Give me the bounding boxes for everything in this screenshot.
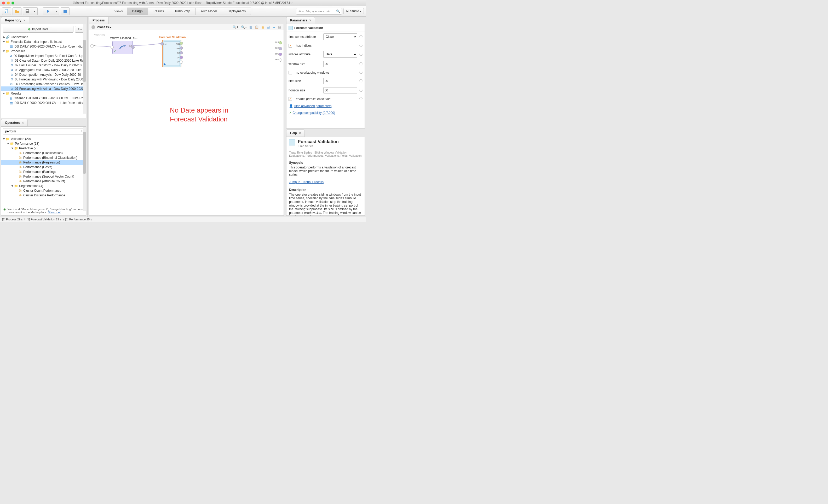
- tree-item[interactable]: ⚙02 Fast Fourier Transform - Dow Daily 2…: [1, 63, 86, 67]
- tree-item[interactable]: %Performance (Regression): [1, 160, 86, 165]
- save-button[interactable]: [23, 7, 32, 15]
- result-port[interactable]: [279, 47, 282, 50]
- tag-link[interactable]: Evaluations: [289, 154, 304, 157]
- open-button[interactable]: [12, 7, 22, 15]
- scrollbar[interactable]: [83, 127, 86, 211]
- close-icon[interactable]: ×: [22, 121, 24, 125]
- clear-icon[interactable]: ×: [81, 129, 83, 133]
- tree-item[interactable]: ⚙05 Forecasting with Windowing - Dow Dai…: [1, 77, 86, 82]
- no-overlap-checkbox[interactable]: [289, 71, 292, 75]
- repository-tab[interactable]: Repository ×: [1, 17, 29, 24]
- operator-search[interactable]: ×: [3, 128, 84, 135]
- help-icon[interactable]: ⓘ: [359, 43, 363, 48]
- tree-item[interactable]: %Performance (Classification): [1, 151, 86, 155]
- global-search-input[interactable]: [298, 9, 336, 13]
- tree-item[interactable]: ⚙00 RapidMiner Import Export So Excel Ca…: [1, 53, 86, 58]
- minimize-window-icon[interactable]: [7, 2, 10, 4]
- new-process-button[interactable]: [2, 7, 11, 15]
- horizon-size-input[interactable]: [323, 87, 357, 93]
- out-port[interactable]: [180, 42, 183, 45]
- tag-link[interactable]: Sliding Window Validation: [315, 151, 347, 154]
- step-size-input[interactable]: [323, 78, 357, 84]
- view-tab-automodel[interactable]: Auto Model: [196, 8, 222, 15]
- search-scope-dropdown[interactable]: All Studio ▾: [343, 8, 364, 14]
- tree-item[interactable]: %Performance (Costs): [1, 165, 86, 170]
- tree-item[interactable]: ⚙07 Forecasting with Arima - Dow Daily 2…: [1, 86, 86, 91]
- operator-retrieve[interactable]: Retrieve Cleaned DJ... out ✓: [112, 41, 133, 54]
- window-size-input[interactable]: [323, 61, 357, 67]
- global-search[interactable]: 🔍: [296, 8, 342, 15]
- parallel-checkbox[interactable]: ✓: [289, 97, 292, 101]
- view-tab-results[interactable]: Results: [148, 8, 169, 15]
- zoom-in-icon[interactable]: 🔍+: [233, 25, 238, 29]
- parameters-tab[interactable]: Parameters ×: [286, 17, 315, 24]
- tree-item[interactable]: ▼📁Results: [1, 91, 86, 96]
- help-icon[interactable]: ⓘ: [359, 97, 363, 101]
- help-icon[interactable]: ⓘ: [359, 35, 363, 39]
- tree-item[interactable]: %Cluster Count Performance: [1, 188, 86, 193]
- tree-item[interactable]: ⚙01 Cleaned Data - Dow Daily 2000-2020 L…: [1, 58, 86, 63]
- window-controls[interactable]: [2, 2, 14, 4]
- tree-item[interactable]: %Cluster Distance Performance: [1, 193, 86, 198]
- tag-link[interactable]: Validation: [349, 154, 362, 157]
- out-port[interactable]: [180, 46, 183, 50]
- run-dropdown[interactable]: ▾: [53, 7, 59, 15]
- tree-item[interactable]: ▶🔗Connections: [1, 35, 86, 39]
- help-tab[interactable]: Help ×: [286, 130, 305, 137]
- help-icon[interactable]: ⓘ: [359, 79, 363, 83]
- operators-tab[interactable]: Operators ×: [1, 119, 28, 126]
- help-icon[interactable]: ⓘ: [359, 62, 363, 66]
- zoom-out-icon[interactable]: 🔍−: [241, 25, 247, 29]
- view-tab-design[interactable]: Design: [127, 8, 148, 15]
- tree-item[interactable]: ▼📁Segmentation (4): [1, 184, 86, 188]
- indices-attribute-select[interactable]: Date: [323, 51, 357, 58]
- out-port[interactable]: [180, 51, 183, 54]
- marketplace-link[interactable]: Show me!: [48, 211, 60, 214]
- result-port[interactable]: [279, 53, 282, 56]
- help-icon[interactable]: ⓘ: [359, 70, 363, 75]
- layers-icon[interactable]: ▤: [267, 25, 270, 29]
- change-compatibility-link[interactable]: Change compatibility (9.7.000): [292, 111, 335, 114]
- tree-item[interactable]: ⚙06 Forecasting with Advanced Features -…: [1, 82, 86, 86]
- in-port[interactable]: [161, 42, 164, 45]
- tutorial-link[interactable]: Jump to Tutorial Process: [289, 180, 324, 184]
- stop-button[interactable]: [60, 7, 70, 15]
- tag-link[interactable]: Folds: [340, 154, 347, 157]
- tag-link[interactable]: Performances: [305, 154, 323, 157]
- in-port[interactable]: [111, 46, 114, 49]
- run-button[interactable]: [43, 7, 53, 15]
- out-port[interactable]: [180, 60, 183, 64]
- result-port[interactable]: [279, 41, 282, 44]
- input-port[interactable]: [90, 44, 93, 48]
- grid-icon[interactable]: ▦: [278, 25, 281, 29]
- time-series-attribute-select[interactable]: Close: [323, 34, 357, 40]
- tree-item[interactable]: ▦DJI DAILY 2000-2020 OHLCV + Luke Rose I…: [1, 44, 86, 49]
- view-tab-deployments[interactable]: Deployments: [222, 8, 251, 15]
- breadcrumb[interactable]: Process ▸: [97, 25, 111, 29]
- out-port[interactable]: [180, 56, 183, 59]
- scrollbar[interactable]: [83, 24, 86, 113]
- save-dropdown[interactable]: ▾: [32, 7, 38, 15]
- tree-item[interactable]: %Performance (Support Vector Count): [1, 174, 86, 179]
- arrange-icon[interactable]: ▥: [249, 25, 252, 29]
- tree-item[interactable]: ▼📁Processes: [1, 49, 86, 53]
- close-icon[interactable]: ×: [309, 18, 311, 22]
- subprocess-play-icon[interactable]: ▶: [164, 62, 166, 66]
- process-canvas[interactable]: Process inp res res res: [89, 30, 284, 216]
- clipboard-icon[interactable]: 📋: [255, 25, 259, 29]
- import-data-button[interactable]: ⊕ Import Data: [3, 26, 74, 33]
- tree-item[interactable]: ▦DJI DAILY 2000-2020 OHLCV + Luke Rose I…: [1, 100, 86, 105]
- tree-item[interactable]: ⚙03 Aggregate Data - Dow Daily 2000-2020…: [1, 67, 86, 72]
- operator-forecast-validation[interactable]: Forecast Validation exa mod exa tes per …: [162, 40, 181, 67]
- tag-link[interactable]: Time Series: [297, 151, 312, 154]
- tree-item[interactable]: %Performance (Binominal Classification): [1, 155, 86, 160]
- close-icon[interactable]: ×: [299, 131, 301, 135]
- close-icon[interactable]: ×: [24, 18, 25, 22]
- operator-search-input[interactable]: [5, 129, 81, 133]
- cloud-icon[interactable]: ☁: [272, 25, 276, 29]
- folder-icon[interactable]: ▦: [261, 25, 264, 29]
- tree-item[interactable]: ▼📁Predictive (7): [1, 146, 86, 151]
- tree-item[interactable]: ▼📁Financial Data - xlsx import file inta…: [1, 39, 86, 44]
- tree-item[interactable]: %Performance (Attribute Count): [1, 179, 86, 184]
- hide-advanced-link[interactable]: Hide advanced parameters: [294, 104, 331, 108]
